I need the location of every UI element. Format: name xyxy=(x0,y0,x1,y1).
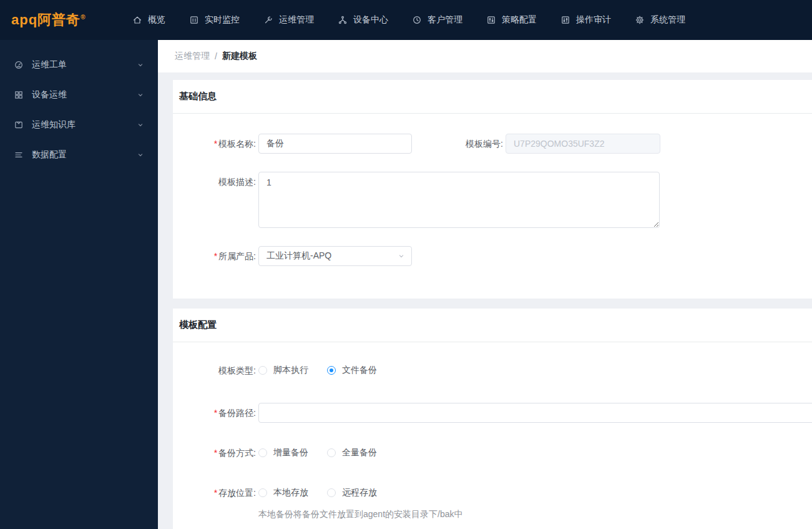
breadcrumb-separator: / xyxy=(215,51,217,61)
radio-label: 文件备份 xyxy=(342,365,377,376)
required-marker: * xyxy=(214,139,217,149)
template-code-input xyxy=(506,134,660,154)
form-row-backup-path: *备份路径: xyxy=(173,403,812,423)
audit-sliders-icon xyxy=(560,15,570,25)
basic-info-card: 基础信息 *模板名称: 模板编号: 模板描述: xyxy=(173,80,812,299)
sidebar-item-device-ops[interactable]: 设备运维 xyxy=(0,80,158,110)
nav-item-realtime-monitor[interactable]: 实时监控 xyxy=(189,14,240,26)
nav-item-policy-config[interactable]: 策略配置 xyxy=(486,14,537,26)
clock-icon xyxy=(412,15,422,25)
brand-logo[interactable]: apq阿普奇® xyxy=(0,11,132,29)
radio-icon[interactable] xyxy=(327,448,336,457)
nav-item-label: 设备中心 xyxy=(353,14,388,26)
sidebar-item-ops-knowledge-base[interactable]: 运维知识库 xyxy=(0,110,158,140)
nav-item-device-center[interactable]: 设备中心 xyxy=(338,14,388,26)
required-marker: * xyxy=(214,448,217,458)
nav-item-operation-audit[interactable]: 操作审计 xyxy=(560,14,611,26)
backup-mode-label: *备份方式: xyxy=(173,445,256,460)
breadcrumb: 运维管理 / 新建模板 xyxy=(158,40,812,72)
chevron-down-icon xyxy=(137,61,144,69)
monitor-icon xyxy=(189,15,199,25)
sidebar-item-ops-tickets[interactable]: 运维工单 xyxy=(0,50,158,80)
nav-item-ops-management[interactable]: 运维管理 xyxy=(263,14,314,26)
template-config-title: 模板配置 xyxy=(173,309,812,342)
breadcrumb-current: 新建模板 xyxy=(222,51,257,62)
breadcrumb-parent-link[interactable]: 运维管理 xyxy=(175,51,210,62)
nav-item-customer-management[interactable]: 客户管理 xyxy=(412,14,462,26)
list-lines-icon xyxy=(14,150,24,160)
knowledge-book-icon xyxy=(14,120,24,130)
template-desc-textarea[interactable]: 1 xyxy=(258,172,660,228)
radio-label: 本地存放 xyxy=(273,487,308,498)
backup-path-label: *备份路径: xyxy=(173,403,256,423)
chevron-down-icon xyxy=(137,121,144,129)
gauge-icon xyxy=(14,60,24,70)
nav-item-label: 操作审计 xyxy=(576,14,611,26)
template-name-label: *模板名称: xyxy=(173,134,256,154)
form-row-storage-location: *存放位置: 本地存放 远程存放 xyxy=(173,485,812,500)
radio-file-backup[interactable]: 文件备份 xyxy=(327,365,377,376)
template-type-label: 模板类型: xyxy=(173,363,256,378)
top-navbar: apq阿普奇® 概览 实时监控 运维管理 设备中心 客户管理 策略配置 xyxy=(0,0,812,40)
chevron-down-icon xyxy=(137,91,144,99)
wrench-icon xyxy=(263,15,273,25)
sidebar-item-label: 设备运维 xyxy=(32,89,67,101)
form-row-template-type: 模板类型: 脚本执行 文件备份 xyxy=(173,363,812,378)
storage-location-label: *存放位置: xyxy=(173,485,256,500)
radio-icon[interactable] xyxy=(327,488,336,497)
sidebar-item-data-config[interactable]: 数据配置 xyxy=(0,140,158,170)
required-marker: * xyxy=(214,251,217,261)
nav-item-label: 实时监控 xyxy=(205,14,240,26)
chevron-down-icon xyxy=(137,151,144,159)
home-icon xyxy=(132,15,142,25)
template-config-card: 模板配置 模板类型: 脚本执行 文件备份 xyxy=(173,309,812,529)
template-desc-label: 模板描述: xyxy=(173,172,256,192)
local-backup-hint: 本地备份将备份文件放置到agent的安装目录下/bak中 xyxy=(258,509,812,520)
product-label: *所属产品: xyxy=(173,246,256,266)
chevron-down-icon xyxy=(398,252,405,260)
sidebar-item-label: 数据配置 xyxy=(32,149,67,161)
sitemap-icon xyxy=(338,15,348,25)
backup-path-input[interactable] xyxy=(258,403,812,423)
radio-label: 脚本执行 xyxy=(273,365,308,376)
basic-info-title: 基础信息 xyxy=(173,80,812,114)
radio-label: 增量备份 xyxy=(273,447,308,458)
grid-icon xyxy=(14,90,24,100)
radio-label: 远程存放 xyxy=(342,487,377,498)
form-row-product: *所属产品: 工业计算机-APQ xyxy=(173,246,812,266)
form-row-template-desc: 模板描述: 1 xyxy=(173,172,812,228)
nav-item-system-management[interactable]: 系统管理 xyxy=(635,14,685,26)
nav-item-label: 概览 xyxy=(148,14,165,26)
sidebar: 运维工单 设备运维 运维知识库 xyxy=(0,40,158,529)
product-select-value: 工业计算机-APQ xyxy=(267,250,331,262)
form-row-template-name: *模板名称: 模板编号: xyxy=(173,134,812,154)
product-select[interactable]: 工业计算机-APQ xyxy=(258,246,412,266)
required-marker: * xyxy=(214,488,217,498)
sliders-icon xyxy=(486,15,496,25)
radio-full-backup[interactable]: 全量备份 xyxy=(327,447,377,458)
radio-script-execution[interactable]: 脚本执行 xyxy=(258,365,308,376)
radio-local-storage[interactable]: 本地存放 xyxy=(258,487,308,498)
sidebar-item-label: 运维工单 xyxy=(32,59,67,71)
radio-icon[interactable] xyxy=(258,488,267,497)
nav-item-label: 客户管理 xyxy=(428,14,462,26)
template-name-input[interactable] xyxy=(258,134,412,154)
sidebar-item-label: 运维知识库 xyxy=(32,119,76,131)
trademark-symbol: ® xyxy=(81,14,86,21)
nav-item-label: 运维管理 xyxy=(279,14,314,26)
radio-incremental-backup[interactable]: 增量备份 xyxy=(258,447,308,458)
main-content: 运维管理 / 新建模板 基础信息 *模板名称: 模板编号: xyxy=(158,40,812,529)
radio-label: 全量备份 xyxy=(342,447,377,458)
nav-item-overview[interactable]: 概览 xyxy=(132,14,165,26)
brand-logo-text: apq阿普奇 xyxy=(11,12,81,27)
nav-item-label: 策略配置 xyxy=(502,14,537,26)
nav-item-label: 系统管理 xyxy=(650,14,685,26)
form-row-backup-mode: *备份方式: 增量备份 全量备份 xyxy=(173,445,812,460)
gear-icon xyxy=(635,15,645,25)
template-code-label: 模板编号: xyxy=(412,134,503,154)
radio-remote-storage[interactable]: 远程存放 xyxy=(327,487,377,498)
radio-icon[interactable] xyxy=(258,448,267,457)
required-marker: * xyxy=(214,408,217,418)
radio-icon[interactable] xyxy=(327,366,336,375)
radio-icon[interactable] xyxy=(258,366,267,375)
